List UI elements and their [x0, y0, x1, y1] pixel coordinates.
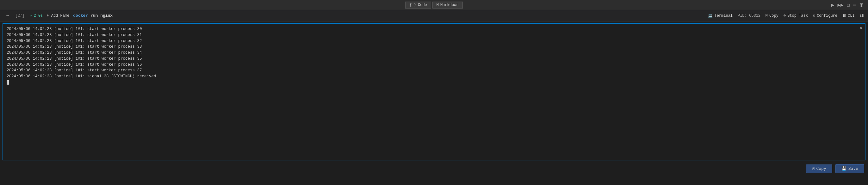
delete-icon[interactable]: 🗑: [859, 2, 864, 8]
configure-button[interactable]: ⚙ Configure: [813, 13, 837, 18]
run-icon[interactable]: ▶: [831, 2, 834, 8]
task-command: docker run nginx: [73, 13, 113, 18]
more-icon[interactable]: ⋯: [853, 2, 856, 8]
stop-task-button[interactable]: ⊘ Stop Task: [783, 13, 808, 18]
task-status-check: ✓ 2.0s: [30, 13, 43, 18]
task-cmd: docker: [73, 13, 88, 18]
copy-icon-top: ⎘: [766, 13, 768, 18]
task-row-left: ⋯ [27] ✓ 2.0s + Add Name docker run ngin…: [4, 12, 708, 20]
markdown-icon: M: [437, 3, 439, 7]
add-name-button[interactable]: + Add Name: [46, 13, 69, 18]
pid-info: PID: 65312: [738, 13, 761, 18]
task-row: ⋯ [27] ✓ 2.0s + Add Name docker run ngin…: [0, 10, 868, 22]
top-bar: { } Code M Markdown ▶ ▶▶ ☐ ⋯ 🗑: [0, 0, 868, 10]
check-icon: ✓: [30, 13, 32, 18]
run-all-icon[interactable]: ▶▶: [837, 2, 843, 8]
gear-icon: ⚙: [813, 13, 815, 18]
cli-icon: 🖥: [842, 13, 846, 18]
stop-icon: ⊘: [783, 13, 786, 18]
copy-button-bottom[interactable]: ⎘ Copy: [806, 164, 832, 173]
copy-button-top[interactable]: ⎘ Copy: [766, 13, 778, 18]
code-icon: { }: [409, 3, 416, 7]
save-button[interactable]: 💾 Save: [835, 164, 864, 173]
cli-button[interactable]: 🖥 CLI: [842, 13, 855, 18]
bottom-bar: ⎘ Copy 💾 Save: [0, 162, 868, 175]
task-bracket: [27]: [15, 13, 24, 18]
code-button[interactable]: { } Code: [405, 2, 431, 8]
sh-label: sh: [860, 13, 864, 18]
ellipsis-menu[interactable]: ⋯: [4, 12, 11, 20]
task-row-right: 💻 Terminal PID: 65312 ⎘ Copy ⊘ Stop Task…: [708, 13, 864, 18]
split-icon[interactable]: ☐: [847, 2, 850, 8]
terminal-cursor: [7, 80, 9, 85]
terminal-button[interactable]: 💻 Terminal: [708, 13, 733, 18]
terminal-icon: 💻: [708, 13, 713, 18]
save-icon: 💾: [841, 166, 846, 171]
task-args: run nginx: [90, 13, 113, 18]
close-icon[interactable]: ✕: [860, 25, 863, 31]
copy-icon-bottom: ⎘: [812, 166, 814, 171]
markdown-button[interactable]: M Markdown: [432, 2, 463, 8]
terminal-panel: ✕ 2024/05/06 14:02:23 [notice] 1#1: star…: [3, 23, 865, 160]
task-duration: 2.0s: [34, 13, 43, 18]
top-right-actions: ▶ ▶▶ ☐ ⋯ 🗑: [831, 2, 864, 8]
terminal-output: 2024/05/06 14:02:23 [notice] 1#1: start …: [3, 24, 865, 88]
